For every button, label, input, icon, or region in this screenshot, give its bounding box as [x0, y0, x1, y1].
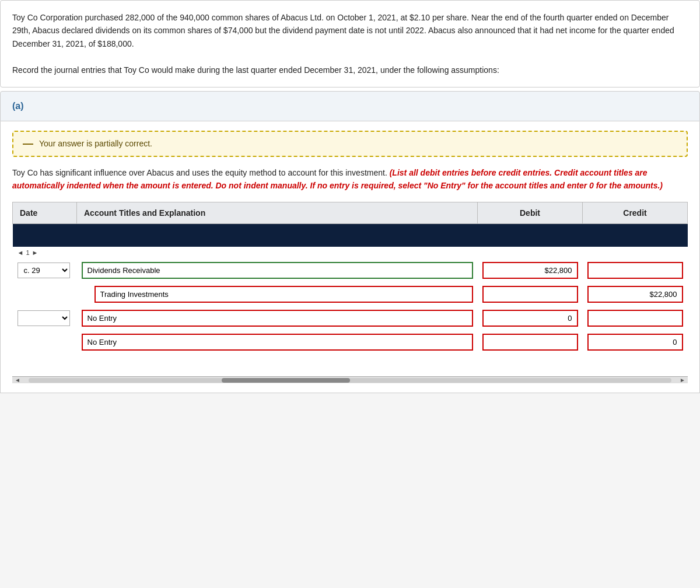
partial-correct-text: Your answer is partially correct. [39, 139, 152, 148]
account-input-1[interactable] [82, 262, 473, 279]
debit-input-3[interactable] [482, 310, 578, 327]
account-cell-3 [77, 306, 478, 330]
ghost-row [13, 354, 688, 372]
horizontal-scrollbar[interactable]: ◄ ► [12, 376, 688, 383]
date-cell-2 [13, 282, 77, 306]
date-cell-1: c. 29 [13, 258, 77, 282]
header-credit: Credit [583, 202, 688, 223]
table-row [13, 330, 688, 354]
partial-correct-banner: — Your answer is partially correct. [12, 131, 688, 157]
account-input-3[interactable] [82, 310, 473, 327]
account-input-2[interactable] [94, 286, 473, 303]
credit-cell-4 [583, 330, 688, 354]
debit-cell-4 [478, 330, 583, 354]
debit-cell-3 [478, 306, 583, 330]
credit-cell-3 [583, 306, 688, 330]
account-input-4[interactable] [82, 334, 473, 351]
date-select-3[interactable] [18, 310, 70, 326]
table-row [13, 306, 688, 330]
header-account: Account Titles and Explanation [77, 202, 478, 223]
instruction-normal: Toy Co has significant influence over Ab… [12, 168, 387, 177]
table-row: c. 29 [13, 258, 688, 282]
credit-cell-2 [583, 282, 688, 306]
section-a-header: (a) [0, 91, 700, 121]
journal-table: Date Account Titles and Explanation Debi… [12, 202, 688, 372]
credit-input-4[interactable] [587, 334, 683, 351]
credit-input-1[interactable] [587, 262, 683, 279]
debit-cell-1 [478, 258, 583, 282]
scroll-track[interactable] [29, 378, 671, 383]
header-debit: Debit [478, 202, 583, 223]
icon-row: ◄ 1 ► [13, 247, 688, 258]
credit-input-3[interactable] [587, 310, 683, 327]
small-icon-1: ◄ [18, 249, 24, 256]
small-icon-2: 1 [26, 249, 29, 256]
info-section: Toy Co Corporation purchased 282,000 of … [0, 0, 700, 88]
debit-cell-2 [478, 282, 583, 306]
table-row [13, 282, 688, 306]
date-cell-3 [13, 306, 77, 330]
partial-correct-icon: — [23, 138, 33, 150]
account-cell-1 [77, 258, 478, 282]
debit-input-4[interactable] [482, 334, 578, 351]
debit-input-1[interactable] [482, 262, 578, 279]
header-date: Date [13, 202, 77, 223]
section-a-body: — Your answer is partially correct. Toy … [0, 121, 700, 393]
small-icon-3: ► [32, 249, 38, 256]
info-paragraph1: Toy Co Corporation purchased 282,000 of … [12, 11, 688, 50]
instruction-text: Toy Co has significant influence over Ab… [12, 166, 688, 192]
info-paragraph2: Record the journal entries that Toy Co w… [12, 64, 688, 76]
credit-input-2[interactable] [587, 286, 683, 303]
icon-row-tr: ◄ 1 ► [13, 247, 688, 258]
navy-separator-row [13, 223, 688, 247]
account-cell-4 [77, 330, 478, 354]
debit-input-2[interactable] [482, 286, 578, 303]
account-cell-2 [77, 282, 478, 306]
date-cell-4 [13, 330, 77, 354]
credit-cell-1 [583, 258, 688, 282]
scroll-thumb[interactable] [222, 378, 350, 383]
scroll-left-arrow[interactable]: ◄ [12, 377, 23, 383]
date-select-1[interactable]: c. 29 [18, 262, 70, 278]
section-a-label: (a) [12, 101, 24, 111]
scroll-right-arrow[interactable]: ► [677, 377, 688, 383]
